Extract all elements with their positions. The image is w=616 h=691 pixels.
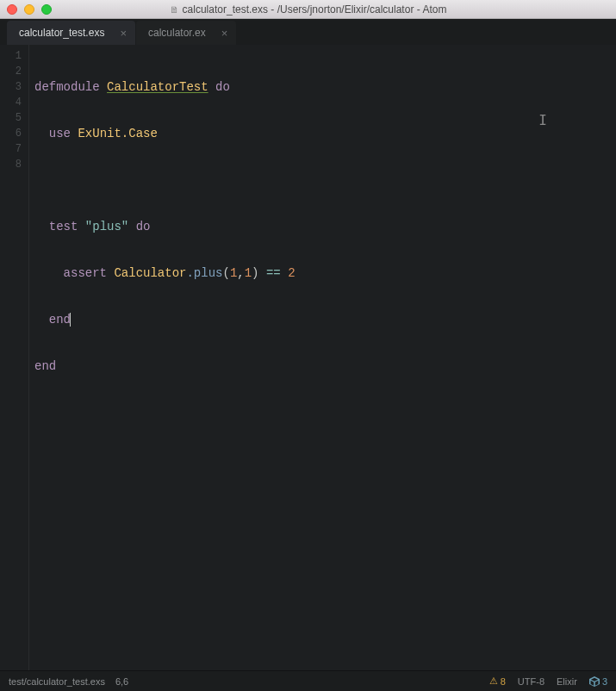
line-gutter: 1 2 3 4 5 6 7 8 xyxy=(0,45,29,670)
status-bar: test/calculator_test.exs 6,6 ⚠ 8 UTF-8 E… xyxy=(0,670,616,691)
kw-end: end xyxy=(49,313,71,327)
window-maximize-button[interactable] xyxy=(41,4,52,15)
line-number: 4 xyxy=(0,95,22,110)
paren-close: ) xyxy=(252,266,258,280)
module-name: CalculatorTest xyxy=(107,80,208,94)
window-close-button[interactable] xyxy=(7,4,17,15)
tab-close-icon[interactable]: × xyxy=(120,28,127,39)
comma: , xyxy=(237,266,244,280)
line-number: 6 xyxy=(0,126,22,141)
number: 2 xyxy=(288,266,295,280)
kw-assert: assert xyxy=(64,266,107,280)
window-title: 🗎 calculator_test.exs - /Users/jnorton/E… xyxy=(7,3,609,16)
status-packages[interactable]: 3 xyxy=(589,676,607,687)
kw-do: do xyxy=(215,80,230,94)
line-number: 1 xyxy=(0,48,22,64)
tab-bar: calculator_test.exs × calculator.ex × xyxy=(0,19,616,45)
line-number: 8 xyxy=(0,157,22,172)
line-number: 5 xyxy=(0,110,22,126)
file-icon: 🗎 xyxy=(170,4,179,15)
tab-label: calculator_test.exs xyxy=(19,27,104,39)
warning-icon: ⚠ xyxy=(489,675,498,687)
kw-end: end xyxy=(34,359,56,373)
paren-open: ( xyxy=(222,266,229,280)
tab-calculator[interactable]: calculator.ex × xyxy=(136,21,236,45)
kw-test: test xyxy=(49,220,78,233)
status-cursor-pos[interactable]: 6,6 xyxy=(115,676,128,687)
package-icon xyxy=(589,676,600,687)
window-minimize-button[interactable] xyxy=(24,4,34,15)
status-pkg-count: 3 xyxy=(602,676,607,687)
line-number: 3 xyxy=(0,79,22,95)
line-number: 2 xyxy=(0,64,22,79)
status-encoding[interactable]: UTF-8 xyxy=(518,676,544,687)
text-cursor xyxy=(70,313,71,327)
module-ref: ExUnit.Case xyxy=(78,127,157,140)
kw-use: use xyxy=(49,127,71,140)
code-body[interactable]: defmodule CalculatorTest do use ExUnit.C… xyxy=(29,45,616,670)
editor[interactable]: 1 2 3 4 5 6 7 8 defmodule CalculatorTest… xyxy=(0,45,616,670)
status-warnings[interactable]: ⚠ 8 xyxy=(489,675,506,687)
line-number: 7 xyxy=(0,141,22,157)
tab-label: calculator.ex xyxy=(148,27,206,39)
string-literal: "plus" xyxy=(85,220,128,233)
status-language[interactable]: Elixir xyxy=(557,676,577,687)
kw-defmodule: defmodule xyxy=(34,80,100,94)
module-ref: Calculator xyxy=(114,266,186,280)
tab-close-icon[interactable]: × xyxy=(221,28,228,39)
status-right: ⚠ 8 UTF-8 Elixir 3 xyxy=(489,675,607,687)
operator-eq: == xyxy=(266,266,281,280)
status-warn-count: 8 xyxy=(501,676,506,687)
kw-do: do xyxy=(136,220,151,233)
status-left: test/calculator_test.exs 6,6 xyxy=(9,676,128,687)
traffic-lights xyxy=(7,4,52,15)
tab-calculator-test[interactable]: calculator_test.exs × xyxy=(7,21,135,45)
number: 1 xyxy=(245,266,252,280)
window-title-text: calculator_test.exs - /Users/jnorton/Eli… xyxy=(183,3,447,16)
status-filepath[interactable]: test/calculator_test.exs xyxy=(9,676,105,687)
titlebar: 🗎 calculator_test.exs - /Users/jnorton/E… xyxy=(0,0,616,19)
fn-call: .plus xyxy=(186,266,222,280)
